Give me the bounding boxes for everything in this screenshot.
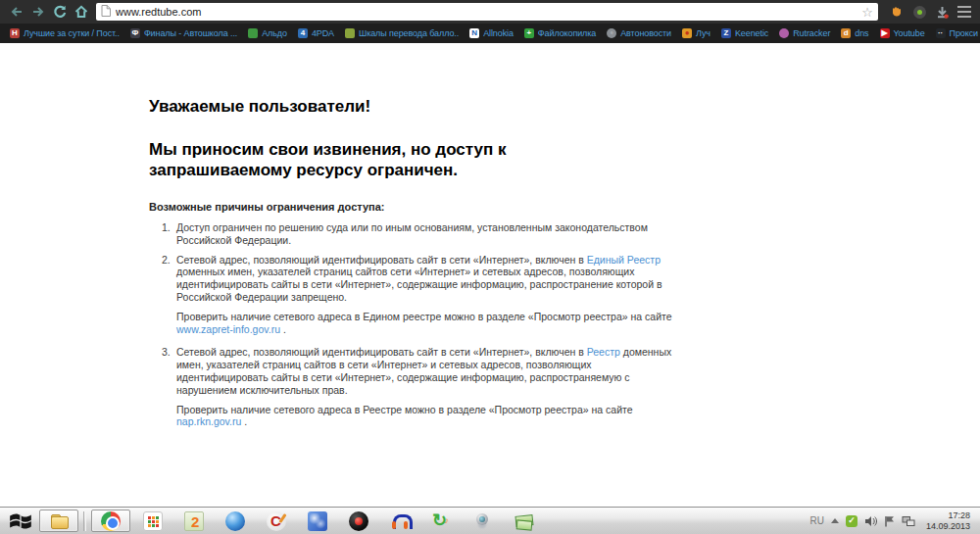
bookmark-item[interactable]: NAllnokia xyxy=(469,28,514,38)
reload-icon[interactable] xyxy=(49,2,71,22)
chrome-taskbar-button[interactable] xyxy=(91,510,130,532)
bookmark-favicon: + xyxy=(524,28,534,38)
money-icon xyxy=(514,511,533,531)
menu-icon[interactable] xyxy=(955,2,974,22)
reason-number: 1. xyxy=(162,221,171,234)
audio-converter-taskbar-button[interactable] xyxy=(422,510,460,532)
webcam-taskbar-button[interactable] xyxy=(464,510,501,532)
reason-item-1: 1.Доступ ограничен по решению суда или п… xyxy=(149,221,686,247)
reasons-title: Возможные причины ограничения доступа: xyxy=(149,201,686,213)
taskbar-icons xyxy=(37,510,544,532)
bookmark-favicon: N xyxy=(469,28,479,38)
chrome-icon xyxy=(101,511,121,531)
bookmark-item[interactable]: Альдо xyxy=(248,28,287,38)
network-icon[interactable] xyxy=(902,515,915,527)
bookmark-item[interactable]: ZKeenetic xyxy=(721,28,768,38)
bookmark-item[interactable]: Rutracker xyxy=(779,28,830,38)
reason-number: 2. xyxy=(162,254,171,267)
bookmark-label: Rutracker xyxy=(793,28,830,38)
reason-check-2: Проверить наличие сетевого адреса в Един… xyxy=(149,311,686,336)
language-indicator[interactable]: RU xyxy=(810,515,824,526)
bookmark-favicon: ▶ xyxy=(880,28,890,38)
headphones-icon xyxy=(390,511,410,531)
audio-converter-icon xyxy=(431,511,451,531)
bookmark-item[interactable]: 44PDA xyxy=(298,28,334,38)
2gis-taskbar-button[interactable] xyxy=(175,510,213,532)
home-icon[interactable] xyxy=(71,2,92,22)
bookmark-item[interactable]: ◦Автоновости xyxy=(607,28,671,38)
recorder-taskbar-button[interactable] xyxy=(340,510,377,532)
bookmark-label: dns xyxy=(855,28,868,38)
bookmark-star-icon[interactable]: ☆ xyxy=(861,6,873,19)
bookmark-item[interactable]: ФФиналы - Автошкола ... xyxy=(130,28,237,38)
2gis-icon xyxy=(184,511,204,531)
bookmark-label: Allnokia xyxy=(483,28,514,38)
action-center-flag-icon[interactable] xyxy=(884,515,895,527)
bookmark-item[interactable]: ▶Youtube xyxy=(880,28,925,38)
record-extension-icon[interactable] xyxy=(909,2,929,22)
bookmark-label: 4PDA xyxy=(312,28,334,38)
text-segment: . xyxy=(280,323,286,335)
bookmark-favicon: Z xyxy=(721,28,731,38)
blue-app-taskbar-button[interactable] xyxy=(299,510,336,532)
bookmark-item[interactable]: ··Прокси сервера xyxy=(936,28,980,38)
clock-date: 14.09.2013 xyxy=(926,521,970,531)
taskbar: RU ✓ 17:28 14.09.2013 xyxy=(0,507,980,534)
start-button[interactable] xyxy=(4,509,37,534)
google-earth-taskbar-button[interactable] xyxy=(217,510,254,532)
inline-link[interactable]: nap.rkn.gov.ru xyxy=(176,415,241,427)
bookmark-item[interactable]: ●Луч xyxy=(682,28,710,38)
clock[interactable]: 17:28 14.09.2013 xyxy=(922,510,970,532)
ccleaner-icon xyxy=(267,511,286,531)
text-segment: Доступ ограничен по решению суда или по … xyxy=(176,221,648,246)
reason-item-3: 3.Сетевой адрес, позволяющий идентифицир… xyxy=(149,346,686,396)
inline-link[interactable]: Единый Реестр xyxy=(587,254,661,266)
bookmark-favicon: ◦ xyxy=(607,28,616,38)
bookmark-favicon xyxy=(779,28,789,38)
bookmark-label: Луч xyxy=(696,28,710,38)
security-ok-icon[interactable]: ✓ xyxy=(846,515,858,527)
browser-toolbar: www.redtube.com ☆ xyxy=(0,0,980,24)
bookmark-favicon: ·· xyxy=(936,28,946,38)
bookmark-item[interactable]: Шкалы перевода балло.. xyxy=(345,28,459,38)
bookmark-favicon: Ф xyxy=(130,28,140,38)
headphones-taskbar-button[interactable] xyxy=(381,510,418,532)
download-extension-icon[interactable] xyxy=(932,2,952,22)
bookmark-label: Автоновости xyxy=(620,28,671,38)
inline-link[interactable]: www.zapret-info.gov.ru xyxy=(176,323,280,335)
explorer-taskbar-button[interactable] xyxy=(39,510,78,532)
bookmark-label: Лучшие за сутки / Пост.. xyxy=(24,28,120,38)
bookmark-label: Финалы - Автошкола ... xyxy=(144,28,237,38)
url-text[interactable]: www.redtube.com xyxy=(116,6,861,18)
app-grid-taskbar-button[interactable] xyxy=(134,510,172,532)
reason-check-3: Проверить наличие сетевого адреса в Реес… xyxy=(149,404,686,429)
hand-extension-icon[interactable] xyxy=(887,2,906,22)
bookmark-label: Альдо xyxy=(262,28,287,38)
taskbar-separator xyxy=(83,511,86,531)
text-segment: Проверить наличие сетевого адреса в Реес… xyxy=(176,404,633,415)
ccleaner-taskbar-button[interactable] xyxy=(258,510,295,532)
desktop-screen: www.redtube.com ☆ HЛучшие за сутки / Пос… xyxy=(0,0,980,534)
bookmark-favicon: H xyxy=(10,28,20,38)
recorder-icon xyxy=(349,511,368,531)
block-notice: Уважаемые пользователи! Мы приносим свои… xyxy=(149,97,686,439)
address-bar[interactable]: www.redtube.com ☆ xyxy=(96,3,878,21)
hidden-icons-caret[interactable] xyxy=(831,518,839,523)
volume-icon[interactable] xyxy=(864,515,877,527)
bookmark-item[interactable]: ddns xyxy=(841,28,868,38)
inline-link[interactable]: Реестр xyxy=(587,346,620,358)
bookmark-item[interactable]: HЛучшие за сутки / Пост.. xyxy=(10,28,120,38)
forward-icon[interactable] xyxy=(27,2,49,22)
money-taskbar-button[interactable] xyxy=(505,510,542,532)
notice-heading: Уважаемые пользователи! xyxy=(149,97,686,117)
text-segment: . xyxy=(241,415,247,427)
explorer-icon xyxy=(49,511,69,531)
back-icon[interactable] xyxy=(6,2,27,22)
system-tray: RU ✓ 17:28 14.09.2013 xyxy=(810,510,977,532)
bookmark-favicon xyxy=(248,28,258,38)
bookmark-label: Прокси сервера xyxy=(950,28,980,38)
bookmark-item[interactable]: +Файлокопилка xyxy=(524,28,596,38)
text-segment: Проверить наличие сетевого адреса в Един… xyxy=(176,311,672,322)
bookmark-favicon xyxy=(345,28,355,38)
bookmark-label: Шкалы перевода балло.. xyxy=(359,28,459,38)
